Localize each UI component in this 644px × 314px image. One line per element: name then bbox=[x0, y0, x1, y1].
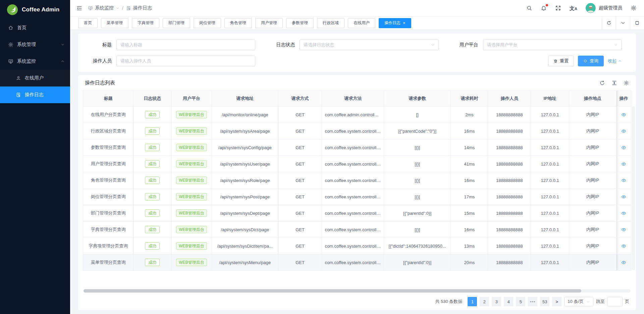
sidebar-item-home[interactable]: 首页 bbox=[0, 19, 70, 36]
page-button-2[interactable]: 2 bbox=[480, 297, 489, 306]
fullscreen-icon[interactable] bbox=[555, 5, 561, 11]
page-button-1[interactable]: 1 bbox=[468, 297, 477, 306]
column-header-10[interactable]: 操作地点 bbox=[569, 91, 616, 107]
pager-buttons: 12345•••53 bbox=[468, 297, 549, 306]
tab-list: 首页菜单管理字典管理部门管理岗位管理角色管理用户管理参数管理行政区域在线用户操作… bbox=[78, 18, 415, 28]
view-detail-button[interactable] bbox=[621, 260, 627, 265]
tabs-menu-button[interactable] bbox=[616, 16, 630, 29]
page-size-value: 10 条/页 bbox=[568, 299, 584, 305]
select-user-platform[interactable]: 请选择用户平台 bbox=[483, 40, 622, 50]
tabs-maximize-button[interactable] bbox=[630, 16, 644, 29]
page-button-53[interactable]: 53 bbox=[540, 297, 549, 306]
table-settings-icon[interactable] bbox=[624, 80, 629, 86]
topbar-actions: 文A 超级管理员 bbox=[526, 3, 637, 13]
select-log-status[interactable]: 请选择日志状态 bbox=[300, 40, 438, 50]
jump-input[interactable] bbox=[607, 297, 623, 306]
cell-ip: 127.0.0.1 bbox=[531, 189, 569, 205]
table-refresh-icon[interactable] bbox=[599, 80, 605, 86]
tab-menu-mgmt[interactable]: 菜单管理 bbox=[101, 18, 128, 28]
column-header-7[interactable]: 请求耗时 bbox=[451, 91, 488, 107]
log-icon bbox=[16, 92, 21, 98]
tab-dept-mgmt[interactable]: 部门管理 bbox=[163, 18, 190, 28]
sidebar-item-system-monitor[interactable]: 系统监控 bbox=[0, 53, 70, 70]
cell-ip: 127.0.0.1 bbox=[531, 222, 569, 238]
column-header-1[interactable]: 日志状态 bbox=[133, 91, 171, 107]
view-detail-button[interactable] bbox=[621, 194, 627, 199]
page-button-5[interactable]: 5 bbox=[516, 297, 525, 306]
page-button-3[interactable]: 3 bbox=[492, 297, 501, 306]
input-title[interactable]: 请输入标题 bbox=[116, 40, 255, 50]
tab-admin-area[interactable]: 行政区域 bbox=[317, 18, 344, 28]
input-operator[interactable]: 请输入操作人员 bbox=[116, 56, 255, 66]
cell-method: GET bbox=[278, 107, 322, 123]
horizontal-scrollbar-thumb[interactable] bbox=[84, 289, 581, 293]
tab-dict-mgmt[interactable]: 字典管理 bbox=[132, 18, 159, 28]
column-header-8[interactable]: 操作人员 bbox=[488, 91, 531, 107]
tab-online-users[interactable]: 在线用户 bbox=[348, 18, 375, 28]
settings-gear-icon[interactable] bbox=[631, 5, 637, 11]
view-detail-button[interactable] bbox=[621, 162, 627, 167]
breadcrumb-item-operation-log[interactable]: 操作日志 bbox=[126, 5, 152, 11]
tab-param-mgmt[interactable]: 参数管理 bbox=[286, 18, 314, 28]
column-header-6[interactable]: 请求参数 bbox=[384, 91, 451, 107]
column-header-2[interactable]: 用户平台 bbox=[171, 91, 212, 107]
page-ellipsis[interactable]: ••• bbox=[528, 297, 537, 306]
breadcrumb-item-system-monitor[interactable]: 系统监控 bbox=[88, 5, 119, 11]
view-detail-button[interactable] bbox=[621, 145, 627, 150]
tab-role-mgmt[interactable]: 角色管理 bbox=[224, 18, 252, 28]
menu-fold-icon[interactable] bbox=[76, 5, 83, 11]
tab-label: 菜单管理 bbox=[107, 20, 123, 26]
status-tag: 成功 bbox=[145, 259, 160, 266]
user-menu[interactable]: 超级管理员 bbox=[586, 3, 622, 13]
collapse-link[interactable]: 收起 bbox=[608, 58, 622, 64]
view-detail-button[interactable] bbox=[621, 178, 627, 183]
tab-operation-log[interactable]: 操作日志× bbox=[379, 18, 411, 28]
avatar bbox=[586, 3, 596, 13]
table-density-icon[interactable] bbox=[611, 80, 617, 86]
pagination: 共 530 条数据 12345•••53 > 10 条/页 跳至 页 bbox=[83, 295, 631, 310]
query-button-label: 查询 bbox=[590, 58, 598, 64]
page-button-4[interactable]: 4 bbox=[504, 297, 513, 306]
close-icon[interactable]: × bbox=[403, 21, 406, 25]
cell-action bbox=[616, 189, 631, 205]
tabs-refresh-button[interactable] bbox=[602, 16, 616, 29]
vertical-scrollbar[interactable] bbox=[632, 106, 635, 270]
cell-url: /api/system/sysDict/page bbox=[212, 222, 278, 238]
tab-user-mgmt[interactable]: 用户管理 bbox=[255, 18, 283, 28]
column-header-3[interactable]: 请求地址 bbox=[212, 91, 278, 107]
tab-home[interactable]: 首页 bbox=[78, 18, 98, 28]
cell-platform: WEB管理后台 bbox=[171, 205, 212, 222]
sidebar-item-system-management[interactable]: 系统管理 bbox=[0, 36, 70, 53]
tab-label: 行政区域 bbox=[323, 20, 339, 26]
translate-icon[interactable]: 文A bbox=[570, 6, 577, 11]
column-header-11[interactable]: 操作 bbox=[616, 91, 631, 107]
cell-location: 内网IP bbox=[569, 123, 616, 139]
horizontal-scrollbar[interactable] bbox=[84, 289, 631, 293]
column-header-9[interactable]: IP地址 bbox=[531, 91, 569, 107]
view-detail-button[interactable] bbox=[621, 129, 627, 134]
view-detail-button[interactable] bbox=[621, 244, 627, 249]
query-button[interactable]: 查询 bbox=[578, 56, 604, 66]
tab-post-mgmt[interactable]: 岗位管理 bbox=[194, 18, 221, 28]
search-icon[interactable] bbox=[526, 5, 532, 11]
view-detail-button[interactable] bbox=[621, 211, 627, 216]
reset-button[interactable]: 重置 bbox=[548, 56, 574, 66]
column-header-5[interactable]: 请求方法 bbox=[322, 91, 384, 107]
maximize-icon bbox=[635, 20, 640, 25]
table-title: 操作日志列表 bbox=[85, 80, 115, 86]
view-detail-button[interactable] bbox=[621, 112, 627, 117]
page-size-select[interactable]: 10 条/页 bbox=[564, 297, 593, 306]
bell-icon[interactable] bbox=[541, 5, 547, 11]
sidebar-item-online-users[interactable]: 在线用户 bbox=[0, 70, 70, 86]
reset-button-label: 重置 bbox=[560, 58, 569, 64]
tab-label: 岗位管理 bbox=[199, 20, 215, 26]
sidebar-item-operation-log[interactable]: 操作日志 bbox=[0, 86, 70, 103]
tab-label: 首页 bbox=[84, 20, 92, 26]
sidebar-item-label: 首页 bbox=[17, 25, 65, 31]
app-logo[interactable]: Coffee Admin bbox=[0, 0, 70, 19]
column-header-0[interactable]: 标题 bbox=[83, 91, 133, 107]
column-header-4[interactable]: 请求方式 bbox=[278, 91, 322, 107]
topbar: 系统监控/操作日志 文A 超级管理员 bbox=[70, 0, 644, 16]
next-page-button[interactable]: > bbox=[552, 297, 561, 306]
view-detail-button[interactable] bbox=[621, 227, 627, 232]
